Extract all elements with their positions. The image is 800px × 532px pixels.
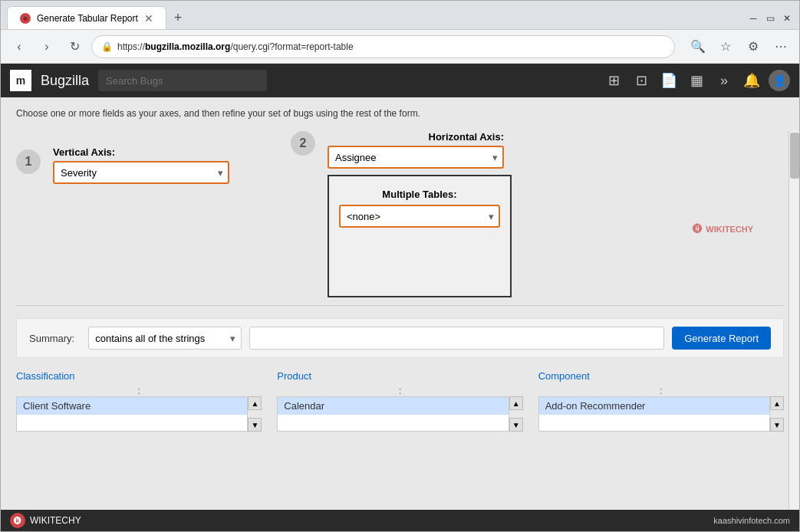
bugzilla-header: m Bugzilla ⊞ ⊡ 📄 ▦ » 🔔 👤 — [1, 64, 799, 97]
bell-icon[interactable]: 🔔 — [741, 70, 762, 91]
avatar[interactable]: 👤 — [769, 70, 790, 91]
vertical-axis-label: Vertical Axis: — [53, 146, 115, 158]
product-scroll-controls: ▲ ▼ — [509, 396, 523, 432]
multiple-tables-select[interactable]: <none> Severity Priority Status Assignee — [339, 205, 500, 228]
settings-icon-button[interactable]: ⚙ — [742, 36, 764, 57]
scrollbar-thumb[interactable] — [790, 133, 799, 179]
component-label[interactable]: Component — [538, 370, 784, 382]
product-label[interactable]: Product — [277, 370, 522, 382]
header-icons: ⊞ ⊡ 📄 ▦ » 🔔 👤 — [603, 70, 790, 91]
summary-row: Summary: contains all of the strings con… — [16, 318, 784, 358]
search-input[interactable] — [98, 70, 267, 91]
camera-icon[interactable]: ⊡ — [630, 70, 652, 91]
classification-label[interactable]: Classification — [16, 370, 262, 382]
classification-scroll-up[interactable]: ▲ — [248, 396, 262, 410]
reload-button[interactable]: ↻ — [64, 36, 85, 57]
lock-icon: 🔒 — [101, 41, 113, 52]
classification-item[interactable]: Client Software — [17, 397, 247, 415]
svg-text:🐞: 🐞 — [21, 15, 29, 22]
footer-right-text: kaashivinfotech.com — [713, 516, 790, 525]
dashboard-icon[interactable]: ▦ — [686, 70, 707, 91]
forward-button[interactable]: › — [36, 36, 58, 57]
multiple-tables-select-wrapper: <none> Severity Priority Status Assignee — [339, 205, 500, 228]
doc-icon[interactable]: 📄 — [658, 70, 680, 91]
product-scroll-down[interactable]: ▼ — [509, 418, 523, 432]
tab-title: Generate Tabular Report — [37, 13, 138, 24]
multiple-tables-label: Multiple Tables: — [382, 189, 456, 200]
vertical-axis-group: Vertical Axis: Severity Priority Status … — [53, 146, 229, 184]
component-dots: : — [538, 385, 784, 396]
new-tab-button[interactable]: + — [166, 7, 190, 29]
product-filter: Product : Calendar ▲ ▼ — [277, 370, 522, 432]
search-icon-button[interactable]: 🔍 — [687, 36, 709, 57]
tab-bar: 🐞 Generate Tabular Report ✕ + ─ ▭ ✕ — [1, 1, 799, 30]
url-text: https://bugzilla.mozilla.org/query.cgi?f… — [117, 41, 354, 52]
tab-close-button[interactable]: ✕ — [144, 12, 153, 25]
multiple-tables-box: Multiple Tables: <none> Severity Priorit… — [328, 175, 512, 297]
bookmark-icon-button[interactable]: ☆ — [715, 36, 736, 57]
summary-label: Summary: — [29, 333, 74, 344]
main-area: Choose one or more fields as your axes, … — [1, 97, 799, 510]
horizontal-axis-select-wrapper: Assignee Severity Priority Status Compon… — [328, 146, 504, 169]
component-scroll-down[interactable]: ▼ — [770, 418, 784, 432]
scrollbar[interactable] — [788, 131, 799, 510]
filter-section: Classification : Client Software ▲ ▼ — [16, 370, 784, 432]
classification-scroll-down[interactable]: ▼ — [248, 418, 262, 432]
grid-icon[interactable]: ⊞ — [603, 70, 624, 91]
bottom-bar: 🅦 WIKITECHY kaashivinfotech.com — [1, 510, 799, 531]
bugzilla-logo: m — [10, 70, 31, 91]
url-bar[interactable]: 🔒 https://bugzilla.mozilla.org/query.cgi… — [91, 35, 675, 58]
component-item[interactable]: Add-on Recommender — [539, 397, 769, 415]
menu-icon-button[interactable]: ⋯ — [770, 36, 792, 57]
horizontal-axis-select[interactable]: Assignee Severity Priority Status Compon… — [328, 146, 504, 169]
bottom-logo: 🅦 WIKITECHY — [10, 513, 81, 528]
back-button[interactable]: ‹ — [8, 36, 30, 57]
badge-2: 2 — [291, 131, 315, 156]
page-description: Choose one or more fields as your axes, … — [16, 108, 784, 119]
horizontal-axis-group: Horizontal Axis: Assignee Severity Prior… — [328, 131, 504, 169]
toolbar-icons: 🔍 ☆ ⚙ ⋯ — [687, 36, 792, 57]
vertical-axis-select-wrapper: Severity Priority Status Resolution Assi… — [53, 161, 229, 184]
product-dots: : — [277, 385, 522, 396]
horizontal-axis-label: Horizontal Axis: — [328, 131, 504, 143]
close-button[interactable]: ✕ — [781, 12, 793, 25]
bugzilla-title: Bugzilla — [41, 73, 89, 89]
active-tab[interactable]: 🐞 Generate Tabular Report ✕ — [7, 6, 166, 29]
component-scroll-controls: ▲ ▼ — [770, 396, 784, 432]
restore-button[interactable]: ▭ — [764, 12, 776, 25]
classification-scroll-controls: ▲ ▼ — [248, 396, 262, 432]
classification-listbox[interactable]: Client Software — [16, 396, 248, 432]
tab-favicon: 🐞 — [20, 13, 31, 24]
product-scroll-up[interactable]: ▲ — [509, 396, 523, 410]
classification-filter: Classification : Client Software ▲ ▼ — [16, 370, 262, 432]
horizontal-tables-area: Horizontal Axis: Assignee Severity Prior… — [328, 131, 512, 297]
summary-text-input[interactable] — [249, 327, 664, 350]
classification-dots: : — [16, 385, 262, 396]
product-item[interactable]: Calendar — [278, 397, 508, 415]
component-scroll-up[interactable]: ▲ — [770, 396, 784, 410]
component-listbox[interactable]: Add-on Recommender — [538, 396, 770, 432]
badge-1: 1 — [16, 149, 41, 174]
wikitechy-icon: 🅦 — [10, 513, 25, 528]
summary-filter-select-wrapper: contains all of the strings contains any… — [88, 327, 242, 350]
wikitechy-watermark: 🅦 WIKITECHY — [693, 223, 753, 235]
wikitechy-label: WIKITECHY — [30, 515, 81, 526]
more-icon[interactable]: » — [713, 70, 735, 91]
vertical-axis-select[interactable]: Severity Priority Status Resolution Assi… — [53, 161, 229, 184]
address-bar: ‹ › ↻ 🔒 https://bugzilla.mozilla.org/que… — [1, 30, 799, 64]
url-domain: bugzilla.mozilla.org — [145, 41, 230, 52]
product-listbox[interactable]: Calendar — [277, 396, 509, 432]
axes-section: 1 Vertical Axis: Severity Priority Statu… — [16, 131, 784, 297]
app-content: m Bugzilla ⊞ ⊡ 📄 ▦ » 🔔 👤 Choose one or m… — [1, 64, 799, 531]
component-filter: Component : Add-on Recommender ▲ ▼ — [538, 370, 784, 432]
summary-filter-select[interactable]: contains all of the strings contains any… — [88, 327, 242, 350]
divider — [16, 305, 784, 306]
minimize-button[interactable]: ─ — [747, 12, 759, 25]
generate-report-button[interactable]: Generate Report — [672, 327, 771, 350]
window-controls: ─ ▭ ✕ — [747, 12, 793, 29]
